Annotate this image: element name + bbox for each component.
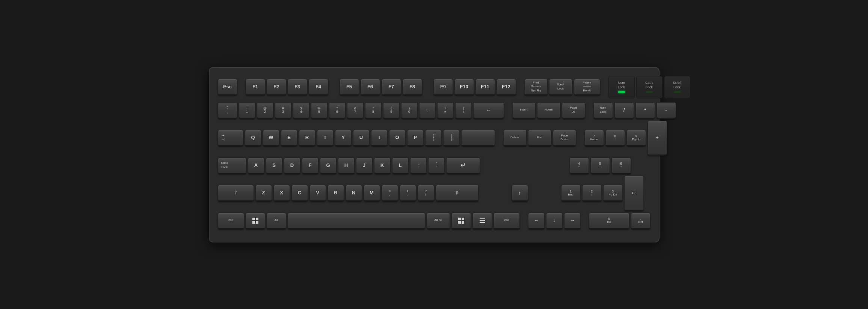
key-x[interactable]: X <box>273 185 290 201</box>
key-enter-top[interactable] <box>461 130 495 146</box>
key-caps-lock[interactable]: CapsLock <box>218 158 246 174</box>
key-tab[interactable]: ⇥→| <box>218 130 243 146</box>
key-scroll-lock[interactable]: ScrollLock <box>549 79 572 95</box>
key-numpad-8[interactable]: 8↑ <box>605 130 625 146</box>
key-arrow-up[interactable]: ↑ <box>512 185 528 201</box>
key-space[interactable] <box>288 213 425 229</box>
key-print-screen[interactable]: PrintScreenSys Rq <box>524 79 548 95</box>
key-f10[interactable]: F10 <box>454 79 474 95</box>
key-tilde[interactable]: ~` \ <box>218 102 237 119</box>
key-semicolon[interactable]: :; <box>410 158 427 174</box>
key-insert[interactable]: Insert <box>512 102 536 119</box>
key-left-ctrl[interactable]: Ctrl <box>218 213 244 229</box>
key-numpad-3[interactable]: 3Pg Dn <box>603 185 623 201</box>
key-quote[interactable]: "' <box>428 158 445 174</box>
key-n[interactable]: N <box>346 185 362 201</box>
key-t[interactable]: T <box>317 130 334 146</box>
key-left-win[interactable] <box>246 213 265 229</box>
key-esc[interactable]: Esc <box>218 79 237 95</box>
key-numpad-slash[interactable]: / <box>614 102 634 119</box>
key-numpad-2[interactable]: 2↓ <box>582 185 602 201</box>
key-d[interactable]: D <box>284 158 300 174</box>
key-1[interactable]: !1 <box>239 102 255 119</box>
key-c[interactable]: C <box>291 185 308 201</box>
key-f12[interactable]: F12 <box>497 79 516 95</box>
key-h[interactable]: H <box>338 158 355 174</box>
key-y[interactable]: Y <box>335 130 352 146</box>
key-menu[interactable] <box>472 213 492 229</box>
key-o[interactable]: O <box>389 130 406 146</box>
key-e[interactable]: E <box>281 130 297 146</box>
key-5[interactable]: %5 <box>311 102 328 119</box>
key-period[interactable]: >. <box>400 185 416 201</box>
key-numpad-5[interactable]: 5— <box>590 158 610 174</box>
key-f[interactable]: F <box>302 158 319 174</box>
key-backslash[interactable]: |\ <box>455 102 472 119</box>
key-0[interactable]: )0 <box>401 102 418 119</box>
key-backspace[interactable]: ← <box>473 102 504 119</box>
key-numpad-enter[interactable]: ↵ <box>624 176 644 211</box>
key-rbracket[interactable]: }] <box>443 130 460 146</box>
key-numpad-star[interactable]: * <box>636 102 655 119</box>
key-right-ctrl[interactable]: Ctrl <box>494 213 520 229</box>
key-f4[interactable]: F4 <box>309 79 328 95</box>
key-r[interactable]: R <box>299 130 315 146</box>
key-f3[interactable]: F3 <box>288 79 307 95</box>
key-numpad-1[interactable]: 1End <box>561 185 581 201</box>
key-a[interactable]: A <box>248 158 264 174</box>
key-q[interactable]: Q <box>245 130 261 146</box>
key-k[interactable]: K <box>374 158 391 174</box>
key-pause[interactable]: Pause━━━━Break <box>574 79 600 95</box>
key-4[interactable]: $4 <box>293 102 309 119</box>
key-right-shift[interactable]: ⇧ <box>436 185 479 201</box>
key-lbracket[interactable]: {[ <box>425 130 442 146</box>
key-equals[interactable]: += <box>437 102 454 119</box>
key-right-win[interactable] <box>451 213 471 229</box>
key-numpad-minus[interactable]: - <box>657 102 676 119</box>
key-g[interactable]: G <box>320 158 337 174</box>
key-l[interactable]: L <box>392 158 409 174</box>
key-numpad-7[interactable]: 7Home <box>584 130 604 146</box>
key-f9[interactable]: F9 <box>433 79 453 95</box>
key-delete[interactable]: Delete <box>503 130 527 146</box>
key-f11[interactable]: F11 <box>476 79 495 95</box>
key-9[interactable]: (9 <box>383 102 400 119</box>
key-num-lock[interactable]: NumLock <box>593 102 613 119</box>
key-f1[interactable]: F1 <box>246 79 265 95</box>
key-p[interactable]: P <box>407 130 424 146</box>
key-f6[interactable]: F6 <box>361 79 380 95</box>
key-end[interactable]: End <box>528 130 551 146</box>
key-w[interactable]: W <box>263 130 279 146</box>
key-enter[interactable]: ↵ <box>446 158 480 174</box>
key-page-down[interactable]: PageDown <box>553 130 576 146</box>
key-v[interactable]: V <box>309 185 326 201</box>
key-m[interactable]: M <box>364 185 380 201</box>
key-arrow-down[interactable]: ↓ <box>546 213 563 229</box>
key-7[interactable]: &7 <box>347 102 364 119</box>
key-arrow-right[interactable]: → <box>564 213 581 229</box>
key-b[interactable]: B <box>328 185 344 201</box>
key-numpad-dot[interactable]: .Del <box>631 213 651 229</box>
key-f7[interactable]: F7 <box>382 79 401 95</box>
key-3[interactable]: #3 <box>275 102 291 119</box>
key-f5[interactable]: F5 <box>340 79 359 95</box>
key-slash[interactable]: ?/ <box>418 185 434 201</box>
key-2[interactable]: @2 <box>257 102 273 119</box>
key-arrow-left[interactable]: ← <box>528 213 545 229</box>
key-numpad-0[interactable]: 0Ins <box>589 213 629 229</box>
key-8[interactable]: *8 <box>365 102 382 119</box>
key-minus[interactable]: _- <box>419 102 436 119</box>
key-left-alt[interactable]: Alt <box>267 213 286 229</box>
key-f2[interactable]: F2 <box>267 79 286 95</box>
key-s[interactable]: S <box>266 158 282 174</box>
key-6[interactable]: ^6 <box>329 102 346 119</box>
key-f8[interactable]: F8 <box>403 79 422 95</box>
key-home[interactable]: Home <box>537 102 560 119</box>
key-page-up[interactable]: PageUp <box>562 102 585 119</box>
key-u[interactable]: U <box>353 130 370 146</box>
key-right-alt[interactable]: Alt Gr <box>427 213 450 229</box>
key-comma[interactable]: <, <box>382 185 398 201</box>
key-z[interactable]: Z <box>255 185 272 201</box>
key-i[interactable]: I <box>371 130 388 146</box>
key-numpad-4[interactable]: 4← <box>569 158 589 174</box>
